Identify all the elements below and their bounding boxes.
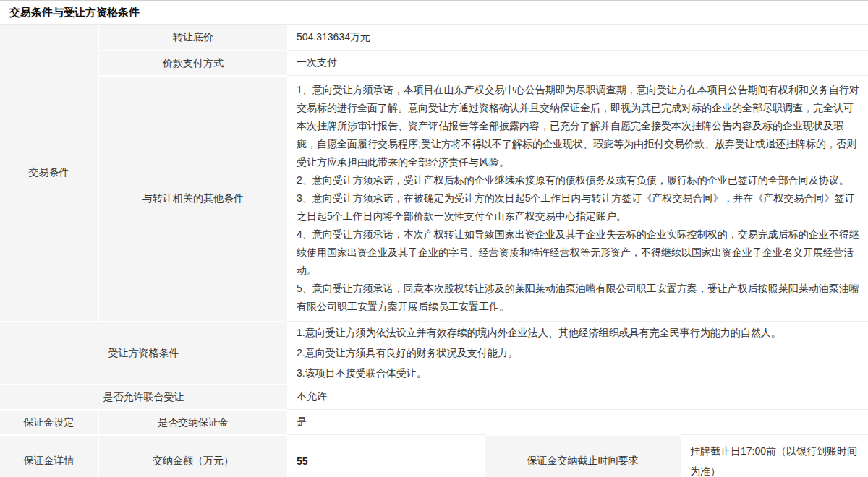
qualification-text: 1.意向受让方须为依法设立并有效存续的境内外企业法人、其他经济组织或具有完全民事…	[287, 321, 868, 384]
floor-price-label: 转让底价	[98, 25, 287, 50]
category-deposit-setting: 保证金设定	[0, 409, 98, 434]
qualification-label: 受让方资格条件	[0, 321, 287, 384]
deposit-required-label: 是否交纳保证金	[98, 409, 287, 434]
table-row: 与转让相关的其他条件 1、意向受让方须承诺，本项目在山东产权交易中心公告期即为尽…	[0, 75, 868, 321]
floor-price-value: 504.313634万元	[287, 25, 868, 50]
table-row: 价款支付方式 一次支付	[0, 50, 868, 75]
payment-method-value: 一次支付	[287, 50, 868, 75]
deposit-amount-label: 交纳金额（万元）	[98, 434, 287, 477]
payment-method-label: 价款支付方式	[98, 50, 287, 75]
joint-transfer-value: 不允许	[287, 384, 868, 409]
deposit-required-value: 是	[287, 409, 868, 434]
category-trade-conditions: 交易条件	[0, 25, 98, 321]
deposit-deadline-value: 挂牌截止日17:00前（以银行到账时间为准）	[681, 434, 868, 477]
other-conditions-label: 与转让相关的其他条件	[98, 75, 287, 321]
table-row: 受让方资格条件 1.意向受让方须为依法设立并有效存续的境内外企业法人、其他经济组…	[0, 321, 868, 384]
transaction-conditions-panel: 交易条件与受让方资格条件 交易条件 转让底价 504.313634万元 价款支付…	[0, 0, 868, 477]
conditions-table: 交易条件 转让底价 504.313634万元 价款支付方式 一次支付 与转让相关…	[0, 24, 868, 477]
table-row: 保证金设定 是否交纳保证金 是	[0, 409, 868, 434]
table-row: 保证金详情 交纳金额（万元） 55 保证金交纳截止时间要求 挂牌截止日17:00…	[0, 434, 868, 477]
other-conditions-text: 1、意向受让方须承诺，本项目在山东产权交易中心公告期即为尽职调查期，意向受让方在…	[287, 75, 868, 321]
deposit-amount-value: 55	[287, 434, 485, 477]
section-title: 交易条件与受让方资格条件	[0, 1, 868, 24]
table-row: 是否允许联合受让 不允许	[0, 384, 868, 409]
deposit-deadline-label: 保证金交纳截止时间要求	[485, 434, 681, 477]
joint-transfer-label: 是否允许联合受让	[0, 384, 287, 409]
category-deposit-details: 保证金详情	[0, 434, 98, 477]
table-row: 交易条件 转让底价 504.313634万元	[0, 25, 868, 50]
